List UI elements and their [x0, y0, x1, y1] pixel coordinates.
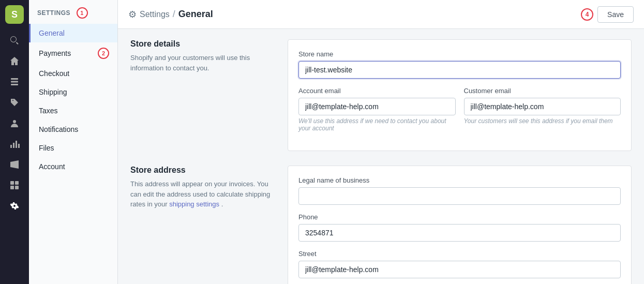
svg-rect-11 [15, 186, 19, 189]
top-header: ⚙ Settings / General 4 Save [118, 0, 644, 29]
badge-1: 1 [77, 7, 88, 19]
sidebar-item-general[interactable]: General [29, 24, 117, 42]
sidebar-item-files[interactable]: Files [29, 139, 117, 157]
store-address-title: Store address [130, 166, 275, 175]
shipping-settings-link[interactable]: shipping settings [169, 200, 219, 208]
svg-rect-5 [13, 143, 14, 148]
orders-nav-icon[interactable] [5, 72, 24, 91]
store-details-left: Store details Shopify and your customers… [130, 39, 275, 151]
legal-name-input[interactable] [298, 187, 621, 205]
store-name-label: Store name [298, 50, 621, 58]
breadcrumb-current: General [178, 9, 213, 20]
breadcrumb-separator: / [173, 9, 175, 20]
store-address-desc: This address will appear on your invoice… [130, 179, 275, 210]
sidebar-item-account[interactable]: Account [29, 157, 117, 176]
store-name-input[interactable] [298, 61, 621, 79]
store-details-title: Store details [130, 39, 275, 49]
svg-rect-1 [11, 81, 18, 83]
svg-rect-10 [10, 186, 14, 189]
store-details-section: Store details Shopify and your customers… [130, 39, 632, 151]
shopify-logo[interactable]: S [5, 5, 24, 24]
svg-rect-9 [15, 181, 19, 185]
breadcrumb: ⚙ Settings / General [128, 9, 213, 20]
account-email-label: Account email [298, 87, 456, 95]
settings-sidebar-header: SETTINGS 1 [29, 0, 117, 24]
account-email-hint: We'll use this address if we need to con… [298, 117, 456, 132]
phone-input[interactable] [298, 224, 621, 242]
svg-rect-7 [18, 144, 20, 148]
sections-wrapper: Store details Shopify and your customers… [118, 29, 644, 284]
customer-email-group: Customer email Your customers will see t… [464, 87, 621, 132]
sidebar-item-taxes[interactable]: Taxes [29, 101, 117, 120]
customer-email-label: Customer email [464, 87, 621, 95]
marketing-nav-icon[interactable] [5, 155, 24, 174]
legal-name-group: Legal name of business [298, 176, 621, 205]
street-group: Street [298, 250, 621, 278]
svg-rect-6 [16, 141, 17, 148]
customer-email-hint: Your customers will see this address if … [464, 117, 621, 125]
settings-sidebar: SETTINGS 1 General Payments 2 Checkout S… [29, 0, 118, 284]
svg-rect-0 [11, 78, 18, 80]
header-actions: 4 Save [581, 6, 634, 23]
main-content: ⚙ Settings / General 4 Save Store detail… [118, 0, 644, 284]
home-nav-icon[interactable] [5, 52, 24, 70]
customer-email-input[interactable] [464, 98, 621, 115]
sidebar-item-payments[interactable]: Payments 2 [29, 42, 117, 64]
store-name-group: Store name [298, 50, 621, 79]
legal-name-label: Legal name of business [298, 176, 621, 184]
search-nav-icon[interactable] [5, 31, 24, 50]
phone-group: Phone [298, 213, 621, 242]
badge-4: 4 [581, 8, 593, 21]
settings-nav-icon[interactable] [5, 197, 24, 215]
svg-rect-4 [10, 145, 12, 148]
svg-rect-2 [11, 84, 18, 85]
sidebar-item-shipping[interactable]: Shipping [29, 83, 117, 101]
gear-icon: ⚙ [128, 9, 137, 20]
analytics-nav-icon[interactable] [5, 134, 24, 153]
store-address-form: Legal name of business Phone Street [288, 166, 632, 284]
tag-nav-icon[interactable] [5, 93, 24, 112]
account-email-group: Account email We'll use this address if … [298, 87, 456, 132]
sidebar-item-notifications[interactable]: Notifications [29, 120, 117, 139]
icon-sidebar: S [0, 0, 29, 284]
store-address-section: Store address This address will appear o… [130, 166, 632, 284]
street-input[interactable] [298, 261, 621, 278]
street-label: Street [298, 250, 621, 258]
store-details-desc: Shopify and your customers will use this… [130, 53, 275, 73]
apps-nav-icon[interactable] [5, 176, 24, 195]
svg-point-3 [13, 120, 16, 123]
store-details-form: Store name Account email We'll use this … [288, 39, 632, 151]
store-address-left: Store address This address will appear o… [130, 166, 275, 284]
sidebar-item-checkout[interactable]: Checkout [29, 64, 117, 83]
badge-2: 2 [98, 48, 109, 59]
email-row: Account email We'll use this address if … [298, 87, 621, 140]
save-button[interactable]: Save [597, 6, 634, 23]
account-email-input[interactable] [298, 98, 456, 115]
svg-rect-8 [10, 181, 14, 185]
phone-label: Phone [298, 213, 621, 221]
breadcrumb-settings: Settings [140, 10, 170, 19]
customers-nav-icon[interactable] [5, 114, 24, 132]
